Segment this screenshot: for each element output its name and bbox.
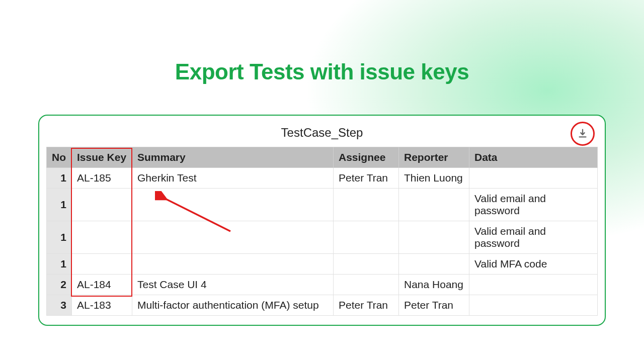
table-row: 1Valid email and password	[47, 189, 598, 221]
cell-assignee: Peter Tran	[334, 295, 399, 316]
page-title: Export Tests with issue keys	[0, 59, 644, 84]
cell-data: Valid email and password	[469, 221, 598, 254]
col-reporter: Reporter	[399, 147, 469, 168]
panel-title: TestCase_Step	[281, 126, 363, 139]
col-data: Data	[469, 147, 598, 168]
cell-no: 1	[47, 221, 72, 254]
download-icon	[577, 128, 588, 139]
table-header-row: No Issue Key Summary Assignee Reporter D…	[47, 147, 598, 168]
table-row: 1Valid email and password	[47, 221, 598, 254]
cell-no: 1	[47, 168, 72, 189]
cell-assignee	[334, 189, 399, 221]
cell-reporter	[399, 254, 469, 275]
cell-issue-key	[72, 254, 132, 275]
cell-no: 2	[47, 275, 72, 295]
col-summary: Summary	[132, 147, 334, 168]
cell-issue-key: AL-183	[72, 295, 132, 316]
cell-summary: Multi-factor authentication (MFA) setup	[132, 295, 334, 316]
cell-summary	[132, 254, 334, 275]
cell-reporter	[399, 221, 469, 254]
cell-issue-key	[72, 221, 132, 254]
cell-reporter: Nana Hoang	[399, 275, 469, 295]
export-panel: TestCase_Step No Issue Key Summary Assig…	[38, 115, 606, 326]
cell-issue-key: AL-184	[72, 275, 132, 295]
col-issue-key: Issue Key	[72, 147, 132, 168]
cell-data	[469, 295, 598, 316]
cell-summary	[132, 189, 334, 221]
cell-assignee	[334, 221, 399, 254]
cell-issue-key	[72, 189, 132, 221]
cell-reporter: Thien Luong	[399, 168, 469, 189]
cell-summary	[132, 221, 334, 254]
cell-no: 1	[47, 254, 72, 275]
cell-summary: Gherkin Test	[132, 168, 334, 189]
cell-data	[469, 275, 598, 295]
panel-header: TestCase_Step	[46, 123, 598, 147]
table-row: 1Valid MFA code	[47, 254, 598, 275]
cell-assignee: Peter Tran	[334, 168, 399, 189]
cell-no: 3	[47, 295, 72, 316]
table-row: 1AL-185Gherkin TestPeter TranThien Luong	[47, 168, 598, 189]
tests-table: No Issue Key Summary Assignee Reporter D…	[46, 147, 598, 316]
cell-issue-key: AL-185	[72, 168, 132, 189]
cell-data: Valid MFA code	[469, 254, 598, 275]
cell-data: Valid email and password	[469, 189, 598, 221]
table-row: 2AL-184Test Case UI 4Nana Hoang	[47, 275, 598, 295]
download-button[interactable]	[571, 122, 595, 146]
col-no: No	[47, 147, 72, 168]
table-row: 3AL-183Multi-factor authentication (MFA)…	[47, 295, 598, 316]
cell-summary: Test Case UI 4	[132, 275, 334, 295]
col-assignee: Assignee	[334, 147, 399, 168]
cell-assignee	[334, 254, 399, 275]
cell-data	[469, 168, 598, 189]
cell-assignee	[334, 275, 399, 295]
cell-no: 1	[47, 189, 72, 221]
cell-reporter: Peter Tran	[399, 295, 469, 316]
cell-reporter	[399, 189, 469, 221]
